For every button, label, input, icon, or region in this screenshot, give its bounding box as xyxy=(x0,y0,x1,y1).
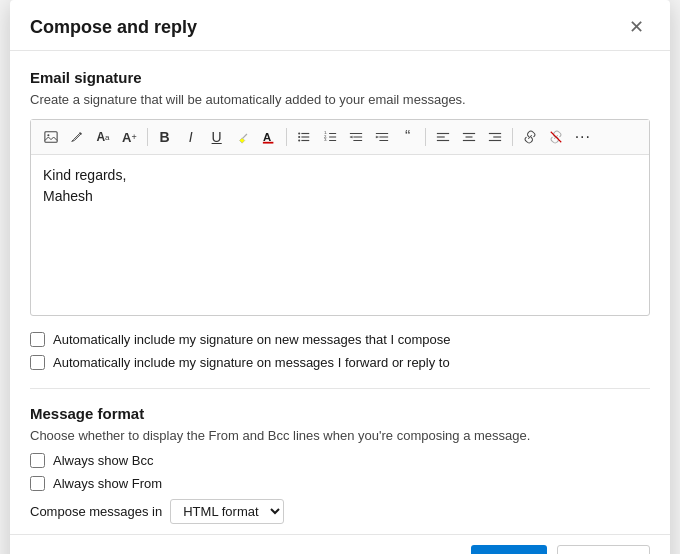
toolbar-separator-1 xyxy=(147,128,148,146)
bold-button[interactable]: B xyxy=(153,126,177,148)
compose-reply-dialog: Compose and reply ✕ Email signature Crea… xyxy=(10,0,670,554)
svg-point-6 xyxy=(298,136,300,138)
forward-reply-checkbox-row: Automatically include my signature on me… xyxy=(30,355,650,370)
indent-increase-icon[interactable] xyxy=(370,127,394,147)
compose-format-select[interactable]: HTML format Plain text xyxy=(170,499,284,524)
always-show-bcc-label[interactable]: Always show Bcc xyxy=(53,453,153,468)
editor-toolbar: Aa A+ B I U xyxy=(31,120,649,155)
svg-text:A: A xyxy=(263,131,271,143)
new-messages-checkbox[interactable] xyxy=(30,332,45,347)
font-size-smaller-icon[interactable]: Aa xyxy=(91,128,115,146)
message-format-desc: Choose whether to display the From and B… xyxy=(30,428,650,443)
signature-line2: Mahesh xyxy=(43,186,637,207)
toolbar-separator-2 xyxy=(286,128,287,146)
remove-link-icon[interactable] xyxy=(544,127,568,147)
svg-point-1 xyxy=(47,134,49,136)
signature-editor: Aa A+ B I U xyxy=(30,119,650,316)
align-left-icon[interactable] xyxy=(431,127,455,147)
dialog-header: Compose and reply ✕ xyxy=(10,0,670,51)
underline-button[interactable]: U xyxy=(205,126,229,148)
always-show-from-row: Always show From xyxy=(30,476,650,491)
draw-icon[interactable] xyxy=(65,127,89,147)
always-show-bcc-row: Always show Bcc xyxy=(30,453,650,468)
forward-reply-checkbox[interactable] xyxy=(30,355,45,370)
align-center-icon[interactable] xyxy=(457,127,481,147)
dialog-title: Compose and reply xyxy=(30,17,197,38)
font-size-larger-icon[interactable]: A+ xyxy=(117,127,142,148)
signature-checkboxes: Automatically include my signature on ne… xyxy=(30,332,650,370)
font-color-icon[interactable]: A xyxy=(257,127,281,147)
always-show-from-checkbox[interactable] xyxy=(30,476,45,491)
italic-button[interactable]: I xyxy=(179,126,203,148)
toolbar-separator-3 xyxy=(425,128,426,146)
forward-reply-label[interactable]: Automatically include my signature on me… xyxy=(53,355,450,370)
svg-text:3.: 3. xyxy=(324,137,328,142)
numbered-list-icon[interactable]: 1. 2. 3. xyxy=(318,127,342,147)
message-format-section: Message format Choose whether to display… xyxy=(30,405,650,524)
always-show-bcc-checkbox[interactable] xyxy=(30,453,45,468)
discard-button[interactable]: Discard xyxy=(557,545,650,554)
indent-decrease-icon[interactable] xyxy=(344,127,368,147)
quote-icon[interactable]: “ xyxy=(396,125,420,149)
email-signature-section: Email signature Create a signature that … xyxy=(30,69,650,370)
new-messages-checkbox-row: Automatically include my signature on ne… xyxy=(30,332,650,347)
svg-point-7 xyxy=(298,139,300,141)
section-divider xyxy=(30,388,650,389)
signature-editor-area[interactable]: Kind regards, Mahesh xyxy=(31,155,649,315)
email-signature-desc: Create a signature that will be automati… xyxy=(30,92,650,107)
dialog-body: Email signature Create a signature that … xyxy=(10,51,670,534)
email-signature-title: Email signature xyxy=(30,69,650,86)
dialog-footer: Save Discard xyxy=(10,534,670,554)
image-icon[interactable] xyxy=(39,127,63,147)
svg-point-5 xyxy=(298,132,300,134)
insert-link-icon[interactable] xyxy=(518,127,542,147)
new-messages-label[interactable]: Automatically include my signature on ne… xyxy=(53,332,450,347)
always-show-from-label[interactable]: Always show From xyxy=(53,476,162,491)
more-options-icon[interactable]: ··· xyxy=(570,125,596,149)
save-button[interactable]: Save xyxy=(471,545,547,554)
toolbar-separator-4 xyxy=(512,128,513,146)
compose-format-hint: Compose messages in xyxy=(30,504,162,519)
svg-rect-0 xyxy=(45,132,57,143)
close-button[interactable]: ✕ xyxy=(623,14,650,40)
align-right-icon[interactable] xyxy=(483,127,507,147)
message-format-title: Message format xyxy=(30,405,650,422)
bulleted-list-icon[interactable] xyxy=(292,127,316,147)
highlight-icon[interactable] xyxy=(231,127,255,147)
svg-rect-4 xyxy=(263,142,274,144)
compose-format-row: Compose messages in HTML format Plain te… xyxy=(30,499,650,524)
signature-line1: Kind regards, xyxy=(43,165,637,186)
